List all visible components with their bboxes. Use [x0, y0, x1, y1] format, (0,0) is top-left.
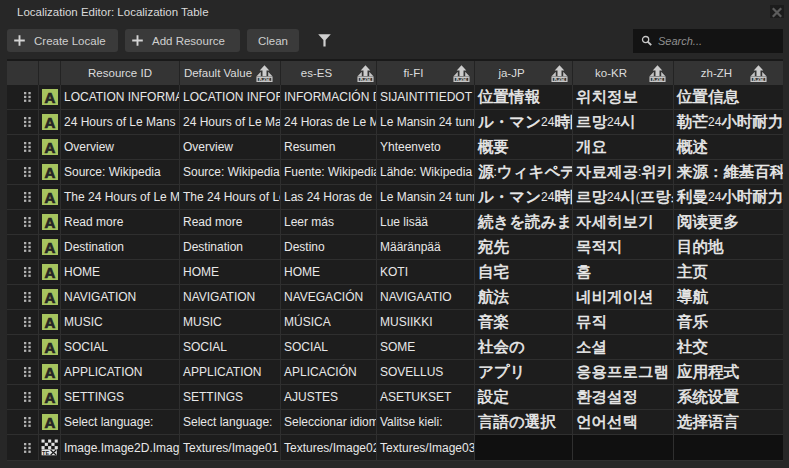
svg-text:A: A [44, 314, 55, 330]
svg-text:TE: TE [42, 450, 49, 456]
svg-text:K2B: K2B [554, 76, 565, 82]
svg-text:A: A [44, 239, 55, 255]
svg-text:A: A [44, 139, 55, 155]
svg-text:K2B: K2B [753, 76, 764, 82]
svg-text:A: A [44, 114, 55, 130]
svg-text:A: A [44, 214, 55, 230]
svg-text:A: A [44, 289, 55, 305]
svg-text:A: A [44, 414, 55, 430]
svg-text:A: A [44, 364, 55, 380]
svg-text:A: A [44, 189, 55, 205]
svg-text:A: A [44, 164, 55, 180]
svg-text:A: A [44, 89, 55, 105]
svg-text:K2B: K2B [652, 76, 663, 82]
svg-text:K2B: K2B [259, 76, 270, 82]
svg-text:K2B: K2B [456, 76, 467, 82]
svg-text:K2B: K2B [360, 76, 371, 82]
svg-text:A: A [44, 264, 55, 280]
svg-text:A: A [44, 339, 55, 355]
svg-text:A: A [44, 389, 55, 405]
